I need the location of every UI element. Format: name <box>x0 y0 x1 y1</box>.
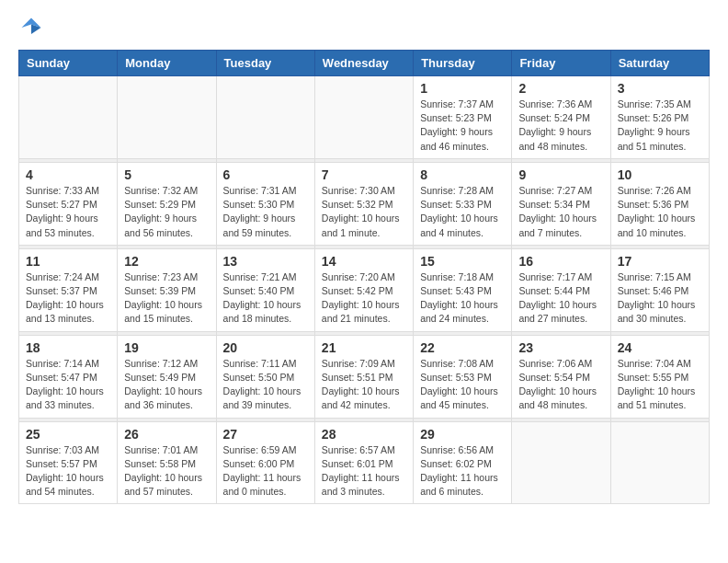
calendar-cell: 12Sunrise: 7:23 AM Sunset: 5:39 PM Dayli… <box>118 248 216 331</box>
calendar-header-friday: Friday <box>512 51 610 76</box>
calendar-cell <box>314 76 413 159</box>
day-number: 3 <box>618 81 702 96</box>
day-number: 19 <box>124 340 209 355</box>
day-number: 28 <box>322 427 406 442</box>
calendar-cell: 3Sunrise: 7:35 AM Sunset: 5:26 PM Daylig… <box>610 76 709 159</box>
calendar-cell: 28Sunrise: 6:57 AM Sunset: 6:01 PM Dayli… <box>314 421 413 504</box>
calendar-week-row: 11Sunrise: 7:24 AM Sunset: 5:37 PM Dayli… <box>19 248 710 331</box>
calendar-cell: 23Sunrise: 7:06 AM Sunset: 5:54 PM Dayli… <box>512 335 610 418</box>
day-info: Sunrise: 6:56 AM Sunset: 6:02 PM Dayligh… <box>420 443 505 500</box>
day-info: Sunrise: 7:20 AM Sunset: 5:42 PM Dayligh… <box>322 270 406 327</box>
calendar-cell: 26Sunrise: 7:01 AM Sunset: 5:58 PM Dayli… <box>118 421 216 504</box>
day-info: Sunrise: 7:35 AM Sunset: 5:26 PM Dayligh… <box>618 98 702 154</box>
day-info: Sunrise: 7:30 AM Sunset: 5:32 PM Dayligh… <box>322 184 406 240</box>
calendar-cell: 22Sunrise: 7:08 AM Sunset: 5:53 PM Dayli… <box>414 335 512 418</box>
day-number: 20 <box>223 340 308 355</box>
day-info: Sunrise: 7:23 AM Sunset: 5:39 PM Dayligh… <box>124 270 209 327</box>
day-info: Sunrise: 7:14 AM Sunset: 5:47 PM Dayligh… <box>26 357 110 413</box>
calendar-cell: 19Sunrise: 7:12 AM Sunset: 5:49 PM Dayli… <box>118 335 216 418</box>
calendar-cell: 13Sunrise: 7:21 AM Sunset: 5:40 PM Dayli… <box>216 248 314 331</box>
calendar-week-row: 1Sunrise: 7:37 AM Sunset: 5:23 PM Daylig… <box>19 76 710 159</box>
day-info: Sunrise: 7:36 AM Sunset: 5:24 PM Dayligh… <box>518 98 603 154</box>
calendar-header-sunday: Sunday <box>19 51 118 76</box>
calendar-cell <box>19 76 118 159</box>
day-number: 21 <box>322 340 406 355</box>
calendar-cell: 27Sunrise: 6:59 AM Sunset: 6:00 PM Dayli… <box>216 421 314 504</box>
calendar-cell: 10Sunrise: 7:26 AM Sunset: 5:36 PM Dayli… <box>610 162 709 245</box>
day-number: 5 <box>124 167 209 182</box>
calendar-cell: 5Sunrise: 7:32 AM Sunset: 5:29 PM Daylig… <box>118 162 216 245</box>
day-number: 2 <box>518 81 603 96</box>
day-info: Sunrise: 7:32 AM Sunset: 5:29 PM Dayligh… <box>124 184 209 240</box>
day-info: Sunrise: 7:08 AM Sunset: 5:53 PM Dayligh… <box>420 357 505 413</box>
calendar-cell: 17Sunrise: 7:15 AM Sunset: 5:46 PM Dayli… <box>610 248 709 331</box>
calendar-header-thursday: Thursday <box>414 51 512 76</box>
day-info: Sunrise: 7:01 AM Sunset: 5:58 PM Dayligh… <box>124 443 209 500</box>
day-info: Sunrise: 6:59 AM Sunset: 6:00 PM Dayligh… <box>223 443 308 500</box>
logo-icon <box>18 15 44 40</box>
calendar-week-row: 18Sunrise: 7:14 AM Sunset: 5:47 PM Dayli… <box>19 335 710 418</box>
calendar-cell: 14Sunrise: 7:20 AM Sunset: 5:42 PM Dayli… <box>314 248 413 331</box>
day-info: Sunrise: 7:33 AM Sunset: 5:27 PM Dayligh… <box>26 184 110 240</box>
day-info: Sunrise: 7:06 AM Sunset: 5:54 PM Dayligh… <box>518 357 603 413</box>
calendar-cell: 11Sunrise: 7:24 AM Sunset: 5:37 PM Dayli… <box>19 248 118 331</box>
day-info: Sunrise: 7:04 AM Sunset: 5:55 PM Dayligh… <box>618 357 702 413</box>
day-info: Sunrise: 7:17 AM Sunset: 5:44 PM Dayligh… <box>518 270 603 327</box>
page-header <box>18 15 710 40</box>
calendar-cell: 25Sunrise: 7:03 AM Sunset: 5:57 PM Dayli… <box>19 421 118 504</box>
day-number: 18 <box>26 340 110 355</box>
day-number: 13 <box>223 254 308 269</box>
calendar-cell: 9Sunrise: 7:27 AM Sunset: 5:34 PM Daylig… <box>512 162 610 245</box>
day-number: 17 <box>618 254 702 269</box>
calendar-table: SundayMondayTuesdayWednesdayThursdayFrid… <box>18 50 710 504</box>
day-number: 24 <box>618 340 702 355</box>
day-info: Sunrise: 7:26 AM Sunset: 5:36 PM Dayligh… <box>618 184 702 240</box>
day-info: Sunrise: 7:12 AM Sunset: 5:49 PM Dayligh… <box>124 357 209 413</box>
day-info: Sunrise: 7:03 AM Sunset: 5:57 PM Dayligh… <box>26 443 110 500</box>
day-info: Sunrise: 7:37 AM Sunset: 5:23 PM Dayligh… <box>420 98 505 154</box>
calendar-cell: 16Sunrise: 7:17 AM Sunset: 5:44 PM Dayli… <box>512 248 610 331</box>
calendar-cell: 18Sunrise: 7:14 AM Sunset: 5:47 PM Dayli… <box>19 335 118 418</box>
calendar-header-monday: Monday <box>118 51 216 76</box>
calendar-header-tuesday: Tuesday <box>216 51 314 76</box>
day-number: 4 <box>26 167 110 182</box>
calendar-cell: 29Sunrise: 6:56 AM Sunset: 6:02 PM Dayli… <box>414 421 512 504</box>
day-number: 26 <box>124 427 209 442</box>
calendar-cell: 4Sunrise: 7:33 AM Sunset: 5:27 PM Daylig… <box>19 162 118 245</box>
day-number: 16 <box>518 254 603 269</box>
day-info: Sunrise: 7:27 AM Sunset: 5:34 PM Dayligh… <box>518 184 603 240</box>
day-info: Sunrise: 7:11 AM Sunset: 5:50 PM Dayligh… <box>223 357 308 413</box>
calendar-cell: 24Sunrise: 7:04 AM Sunset: 5:55 PM Dayli… <box>610 335 709 418</box>
day-number: 23 <box>518 340 603 355</box>
day-info: Sunrise: 7:31 AM Sunset: 5:30 PM Dayligh… <box>223 184 308 240</box>
calendar-week-row: 25Sunrise: 7:03 AM Sunset: 5:57 PM Dayli… <box>19 421 710 504</box>
day-number: 14 <box>322 254 406 269</box>
day-number: 12 <box>124 254 209 269</box>
calendar-cell: 20Sunrise: 7:11 AM Sunset: 5:50 PM Dayli… <box>216 335 314 418</box>
calendar-cell: 15Sunrise: 7:18 AM Sunset: 5:43 PM Dayli… <box>414 248 512 331</box>
calendar-header-row: SundayMondayTuesdayWednesdayThursdayFrid… <box>19 51 710 76</box>
day-number: 11 <box>26 254 110 269</box>
day-number: 6 <box>223 167 308 182</box>
day-number: 25 <box>26 427 110 442</box>
day-number: 10 <box>618 167 702 182</box>
calendar-cell: 7Sunrise: 7:30 AM Sunset: 5:32 PM Daylig… <box>314 162 413 245</box>
day-info: Sunrise: 7:09 AM Sunset: 5:51 PM Dayligh… <box>322 357 406 413</box>
day-number: 27 <box>223 427 308 442</box>
day-info: Sunrise: 7:21 AM Sunset: 5:40 PM Dayligh… <box>223 270 308 327</box>
day-number: 1 <box>420 81 505 96</box>
calendar-cell <box>118 76 216 159</box>
day-info: Sunrise: 6:57 AM Sunset: 6:01 PM Dayligh… <box>322 443 406 500</box>
day-info: Sunrise: 7:18 AM Sunset: 5:43 PM Dayligh… <box>420 270 505 327</box>
day-number: 29 <box>420 427 505 442</box>
calendar-cell <box>512 421 610 504</box>
day-number: 22 <box>420 340 505 355</box>
calendar-cell: 8Sunrise: 7:28 AM Sunset: 5:33 PM Daylig… <box>414 162 512 245</box>
day-info: Sunrise: 7:24 AM Sunset: 5:37 PM Dayligh… <box>26 270 110 327</box>
day-number: 8 <box>420 167 505 182</box>
calendar-cell: 1Sunrise: 7:37 AM Sunset: 5:23 PM Daylig… <box>414 76 512 159</box>
day-info: Sunrise: 7:15 AM Sunset: 5:46 PM Dayligh… <box>618 270 702 327</box>
calendar-cell <box>216 76 314 159</box>
calendar-cell <box>610 421 709 504</box>
day-number: 15 <box>420 254 505 269</box>
